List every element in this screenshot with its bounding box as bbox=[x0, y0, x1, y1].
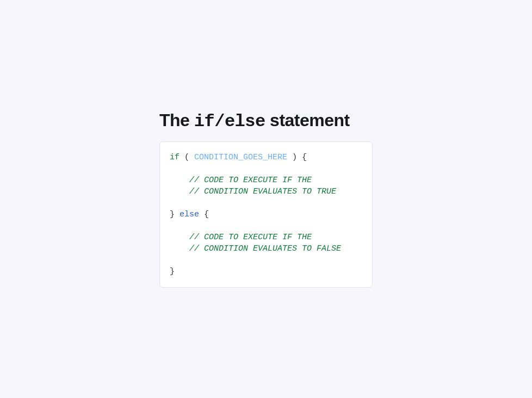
keyword-else: else bbox=[180, 210, 199, 219]
title-slash: / bbox=[214, 111, 225, 132]
title-suffix: statement bbox=[265, 110, 350, 130]
code-indent bbox=[170, 244, 189, 253]
code-text: { bbox=[199, 210, 209, 219]
keyword-if: if bbox=[170, 153, 180, 162]
code-comment: // CODE TO EXECUTE IF THE bbox=[189, 233, 312, 242]
condition-placeholder: CONDITION_GOES_HERE bbox=[194, 153, 287, 162]
title-code-if: if bbox=[194, 111, 214, 132]
content-container: The if/else statement if ( CONDITION_GOE… bbox=[159, 110, 373, 288]
code-indent bbox=[170, 187, 189, 196]
title-prefix: The bbox=[159, 110, 194, 130]
code-comment: // CODE TO EXECUTE IF THE bbox=[189, 176, 312, 185]
code-comment: // CONDITION EVALUATES TO TRUE bbox=[189, 187, 336, 196]
code-block: if ( CONDITION_GOES_HERE ) { // CODE TO … bbox=[159, 141, 373, 288]
code-text: ) { bbox=[287, 153, 307, 162]
title-code-else: else bbox=[225, 111, 265, 132]
code-indent bbox=[170, 233, 189, 242]
code-comment: // CONDITION EVALUATES TO FALSE bbox=[189, 244, 341, 253]
code-text: } bbox=[170, 267, 175, 276]
code-text: ( bbox=[180, 153, 194, 162]
code-indent bbox=[170, 176, 189, 185]
code-text: } bbox=[170, 210, 180, 219]
page-title: The if/else statement bbox=[159, 110, 373, 132]
